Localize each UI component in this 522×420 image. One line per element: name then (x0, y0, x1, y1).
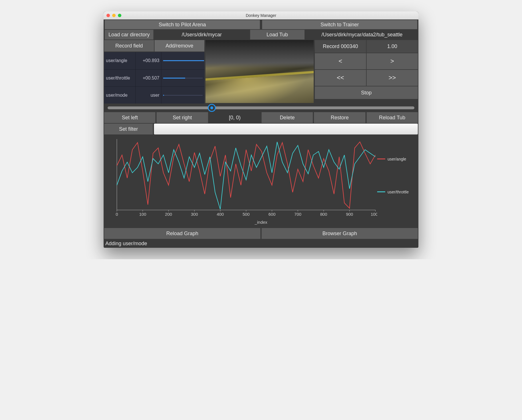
tub-path: /Users/dirk/mycar/data2/tub_seattle (307, 30, 417, 39)
record-field-label: Record field (104, 40, 154, 51)
chart-panel: 01002003004005006007008009001000 user/an… (104, 135, 418, 227)
svg-text:1000: 1000 (371, 212, 377, 217)
svg-text:300: 300 (191, 212, 198, 217)
svg-text:100: 100 (139, 212, 146, 217)
legend-item: user/angle (377, 157, 417, 161)
record-number-label: Record 000340 (315, 40, 366, 53)
reload-tub-button[interactable]: Reload Tub (367, 112, 418, 123)
svg-text:900: 900 (346, 212, 353, 217)
svg-text:700: 700 (294, 212, 301, 217)
svg-text:200: 200 (165, 212, 172, 217)
app-window: Donkey Manager Switch to Pilot Arena Swi… (104, 11, 418, 248)
chart-xlabel: _index (105, 220, 417, 226)
field-value: +00.893 (136, 52, 161, 69)
field-name: user/mode (104, 87, 136, 104)
field-value: +00.507 (136, 70, 161, 86)
stop-button[interactable]: Stop (315, 86, 418, 99)
field-row[interactable]: user/modeuser (104, 86, 204, 104)
reload-graph-button[interactable]: Reload Graph (104, 228, 260, 239)
browser-graph-button[interactable]: Browser Graph (262, 228, 418, 239)
switch-pilot-arena-button[interactable]: Switch to Pilot Arena (105, 20, 260, 29)
set-filter-button[interactable]: Set filter (104, 124, 153, 134)
legend-swatch-icon (377, 159, 385, 159)
legend-swatch-icon (377, 191, 385, 192)
svg-text:800: 800 (320, 212, 327, 217)
camera-preview (205, 40, 314, 103)
load-car-directory-button[interactable]: Load car directory (105, 30, 153, 39)
legend-item: user/throttle (377, 190, 417, 194)
field-bar (161, 87, 204, 104)
filter-input[interactable] (154, 124, 418, 134)
field-name: user/throttle (104, 70, 136, 86)
record-field-panel: Record field Add/remove user/angle+00.89… (104, 40, 204, 104)
slider-thumb-icon[interactable] (208, 104, 216, 112)
playback-panel: Record 000340 1.00 < > << >> Stop (315, 40, 418, 104)
rewind-button[interactable]: << (315, 70, 366, 86)
field-row[interactable]: user/throttle+00.507 (104, 69, 204, 86)
field-value: user (136, 87, 161, 104)
legend-label: user/throttle (387, 190, 409, 194)
svg-text:600: 600 (268, 212, 276, 217)
svg-text:0: 0 (116, 212, 118, 217)
car-directory-path: /Users/dirk/mycar (156, 30, 248, 39)
window-title: Donkey Manager (104, 13, 418, 18)
svg-text:500: 500 (243, 212, 250, 217)
field-name: user/angle (104, 52, 136, 69)
delete-button[interactable]: Delete (262, 112, 313, 123)
svg-text:400: 400 (217, 212, 224, 217)
range-display: [0, 0) (209, 112, 260, 123)
chart-legend: user/angleuser/throttle (377, 137, 417, 220)
next-button[interactable]: > (367, 53, 418, 69)
set-right-button[interactable]: Set right (157, 112, 208, 123)
set-left-button[interactable]: Set left (104, 112, 155, 123)
add-remove-button[interactable]: Add/remove (155, 40, 204, 51)
playback-speed-label: 1.00 (367, 40, 418, 53)
field-row[interactable]: user/angle+00.893 (104, 52, 204, 69)
legend-label: user/angle (387, 157, 406, 161)
prev-button[interactable]: < (315, 53, 366, 69)
ffwd-button[interactable]: >> (367, 70, 418, 86)
timeline-slider[interactable] (108, 106, 414, 109)
status-bar: Adding user/mode (104, 239, 418, 248)
titlebar: Donkey Manager (104, 11, 418, 19)
chart-plot: 01002003004005006007008009001000 (105, 137, 377, 220)
field-bar (161, 70, 204, 86)
load-tub-button[interactable]: Load Tub (250, 30, 304, 39)
field-bar (161, 52, 204, 69)
restore-button[interactable]: Restore (314, 112, 365, 123)
switch-trainer-button[interactable]: Switch to Trainer (262, 20, 417, 29)
